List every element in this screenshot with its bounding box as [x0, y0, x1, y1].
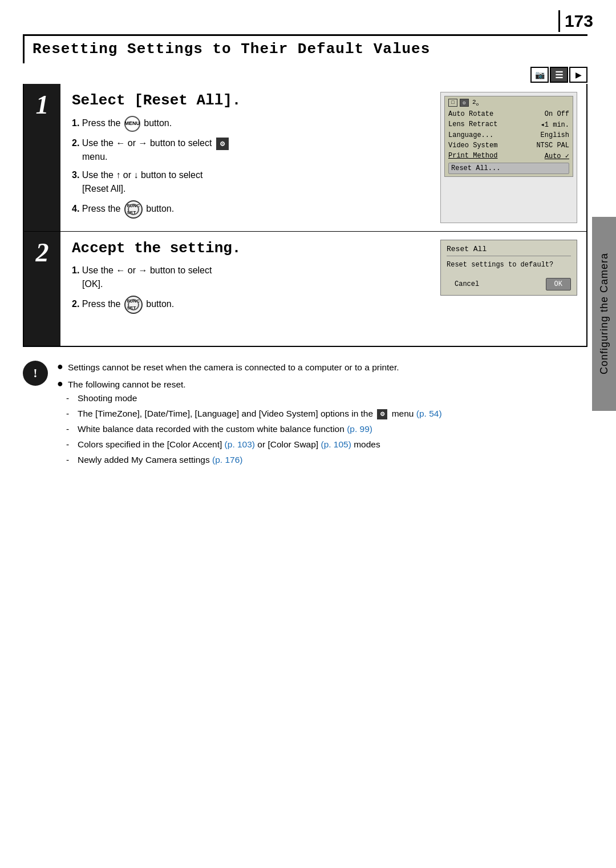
- ok-button[interactable]: OK: [546, 278, 571, 290]
- step-2-content: Accept the setting. 1. Use the ← or → bu…: [60, 232, 586, 346]
- page-number-area: 173: [558, 10, 593, 32]
- dialog-title: Reset All: [447, 245, 571, 256]
- note-content: ● Settings cannot be reset when the came…: [57, 361, 587, 472]
- func-set-button-icon: FUNCSET: [124, 200, 143, 219]
- step-1-instruction-3: 3. Use the ↑ or ↓ button to select [Rese…: [72, 168, 431, 196]
- note-bullet-1: ● Settings cannot be reset when the came…: [57, 361, 587, 374]
- step-1-block: 1 Select [Reset All]. 1. Press the MENU …: [24, 84, 586, 232]
- screen-sub-num: 2o: [472, 99, 479, 107]
- step-2-text-area: Accept the setting. 1. Use the ← or → bu…: [72, 240, 431, 338]
- step-1-number: 1: [36, 92, 49, 118]
- step-2-screenshot: Reset All Reset settings to default? Can…: [440, 240, 577, 338]
- step-1-heading: Select [Reset All].: [72, 92, 431, 109]
- main-content: Resetting Settings to Their Default Valu…: [23, 34, 587, 845]
- dialog-message: Reset settings to default?: [447, 261, 571, 269]
- note-bullet-2: ● The following cannot be reset. - Shoot…: [57, 378, 587, 469]
- screen-tools-icon-selected: ⚙: [460, 99, 469, 107]
- step-2-block: 2 Accept the setting. 1. Use the ← or → …: [24, 232, 586, 346]
- link-p54[interactable]: (p. 54): [416, 409, 442, 418]
- step-1-instruction-4: 4. Press the FUNCSET button.: [72, 200, 431, 219]
- step-2-instruction-1-cont: [OK].: [82, 279, 103, 289]
- link-p99[interactable]: (p. 99): [347, 424, 372, 434]
- menu-button-icon: MENU: [124, 116, 140, 132]
- screen-row-video: Video System NTSC PAL: [448, 140, 569, 151]
- step-2-instruction-1: 1. Use the ← or → button to select [OK].: [72, 264, 431, 291]
- tools-menu-icon: ⚙: [216, 138, 229, 150]
- step-2-heading: Accept the setting.: [72, 240, 431, 257]
- note-icon: !: [23, 361, 48, 386]
- screen-row-autorotate: Auto Rotate On Off: [448, 109, 569, 119]
- step-2-number: 2: [36, 240, 49, 266]
- step-2-instruction-2: 2. Press the FUNCSET button.: [72, 296, 431, 314]
- step-1-instruction-2-cont: menu.: [82, 150, 431, 164]
- screen-row-resetall: Reset All...: [448, 163, 569, 174]
- screen-row-lensretract: Lens Retract ◂1 min.: [448, 119, 569, 130]
- cancel-button[interactable]: Cancel: [447, 278, 487, 290]
- screen-row-language: Language... English: [448, 130, 569, 140]
- screen-camera-icon: □: [448, 99, 457, 107]
- side-tab-text: Configuring the Camera: [598, 253, 610, 374]
- page-number: 173: [565, 11, 593, 31]
- settings-mode-icon: ☰: [550, 67, 568, 83]
- step-1-screenshot: □ ⚙ 2o Auto Rotate On Off Lens Retract ◂…: [440, 92, 577, 223]
- playback-mode-icon: ▶: [569, 67, 587, 83]
- dialog-buttons: Cancel OK: [447, 278, 571, 290]
- link-p105[interactable]: (p. 105): [321, 439, 351, 449]
- step-2-number-col: 2: [24, 232, 60, 346]
- reset-dialog: Reset All Reset settings to default? Can…: [440, 240, 577, 296]
- steps-container: 1 Select [Reset All]. 1. Press the MENU …: [23, 84, 587, 347]
- screen-row-printmethod: Print Method Auto ✓: [448, 151, 569, 162]
- icons-row: 📷 ☰ ▶: [23, 67, 587, 83]
- func-set-button-icon-2: FUNCSET: [124, 296, 143, 314]
- link-p103[interactable]: (p. 103): [225, 439, 255, 449]
- note-sub-2: - The [TimeZone], [Date/Time], [Language…: [66, 407, 442, 421]
- step-1-instruction-3-cont: [Reset All].: [82, 184, 125, 193]
- camera-mode-icon: 📷: [530, 67, 549, 83]
- title-section: Resetting Settings to Their Default Valu…: [23, 34, 587, 63]
- link-p176[interactable]: (p. 176): [212, 455, 242, 465]
- note-sub-4: - Colors specified in the [Color Accent]…: [66, 438, 380, 451]
- note-sub-3: - White balance data recorded with the c…: [66, 422, 372, 436]
- step-1-camera-screen: □ ⚙ 2o Auto Rotate On Off Lens Retract ◂…: [444, 96, 573, 177]
- side-tab: Configuring the Camera: [592, 217, 616, 411]
- note-sub-1: - Shooting mode: [66, 391, 137, 405]
- step-1-text-area: Select [Reset All]. 1. Press the MENU bu…: [72, 92, 431, 223]
- step-1-instruction-2: 2. Use the ← or → button to select ⚙ men…: [72, 136, 431, 164]
- step-1-instruction-1: 1. Press the MENU button.: [72, 116, 431, 132]
- main-title: Resetting Settings to Their Default Valu…: [33, 41, 579, 58]
- camera-screen-header: □ ⚙ 2o: [448, 99, 569, 107]
- step-1-content: Select [Reset All]. 1. Press the MENU bu…: [60, 84, 586, 231]
- note-section: ! ● Settings cannot be reset when the ca…: [23, 358, 587, 474]
- note-sub-5: - Newly added My Camera settings (p. 176…: [66, 453, 242, 467]
- step-1-number-col: 1: [24, 84, 60, 231]
- tools-menu-icon-note: ⚙: [377, 409, 387, 419]
- page-number-line: [558, 10, 560, 32]
